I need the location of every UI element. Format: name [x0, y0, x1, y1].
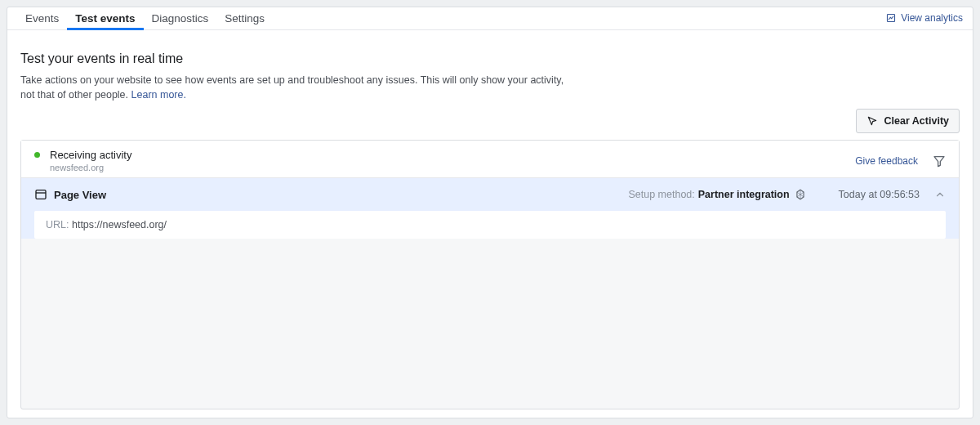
tabs-bar: Events Test events Diagnostics Settings …: [7, 7, 973, 30]
analytics-icon: [886, 13, 896, 23]
setup-method-label: Setup method:: [628, 189, 694, 200]
partner-icon: [795, 189, 806, 200]
page-icon: [34, 188, 47, 201]
event-name: Page View: [54, 189, 106, 201]
section-subtitle: Take actions on your website to see how …: [20, 73, 576, 102]
view-analytics-link[interactable]: View analytics: [886, 12, 963, 24]
url-label: URL:: [46, 219, 69, 230]
event-timestamp: Today at 09:56:53: [839, 189, 920, 200]
tab-test-events[interactable]: Test events: [67, 9, 143, 31]
events-panel: Events Test events Diagnostics Settings …: [7, 7, 973, 418]
status-label: Receiving activity: [50, 149, 131, 161]
status-dot-icon: [34, 152, 40, 158]
section-title: Test your events in real time: [20, 51, 960, 66]
svg-marker-1: [934, 156, 944, 166]
status-domain: newsfeed.org: [50, 163, 131, 172]
status-bar: Receiving activity newsfeed.org Give fee…: [21, 141, 959, 178]
section-header: Test your events in real time Take actio…: [7, 43, 973, 102]
give-feedback-link[interactable]: Give feedback: [855, 155, 918, 167]
setup-method-value: Partner integration: [698, 189, 790, 200]
url-value: https://newsfeed.org/: [72, 219, 167, 230]
svg-rect-2: [36, 190, 46, 199]
learn-more-link[interactable]: Learn more.: [131, 89, 186, 101]
event-row: Page View Setup method: Partner integrat…: [21, 178, 959, 239]
tab-diagnostics[interactable]: Diagnostics: [144, 9, 217, 31]
cursor-icon: [866, 115, 878, 127]
event-detail: URL: https://newsfeed.org/: [34, 211, 946, 239]
clear-activity-button[interactable]: Clear Activity: [856, 109, 960, 133]
view-analytics-label: View analytics: [901, 12, 963, 24]
results-container: Receiving activity newsfeed.org Give fee…: [20, 140, 960, 409]
clear-activity-label: Clear Activity: [884, 115, 949, 127]
tab-events[interactable]: Events: [17, 9, 67, 31]
chevron-up-icon[interactable]: [934, 189, 946, 200]
tab-settings[interactable]: Settings: [216, 9, 273, 31]
event-header[interactable]: Page View Setup method: Partner integrat…: [34, 178, 946, 211]
filter-icon[interactable]: [933, 154, 946, 168]
